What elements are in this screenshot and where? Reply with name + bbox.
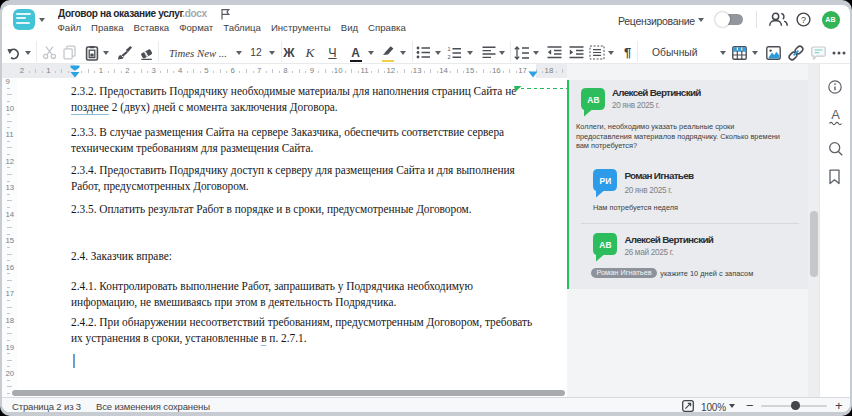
page-indicator[interactable]: Страница 2 из 3 [12, 401, 81, 412]
table-caret-icon[interactable] [751, 40, 759, 65]
mention-chip[interactable]: Роман Игнатьев [591, 268, 657, 279]
paragraph-4[interactable]: 2.3.5. Оплатить результат Работ в порядк… [71, 202, 472, 218]
underline-label: Ч [328, 46, 336, 60]
menu-item-5[interactable]: Таблица [223, 22, 261, 34]
help-icon[interactable]: ? [796, 12, 811, 27]
horizontal-scrollbar[interactable] [12, 390, 565, 397]
font-color-caret-icon[interactable] [367, 40, 375, 65]
scrollbar-thumb[interactable] [810, 211, 818, 277]
svg-text:РИ: РИ [600, 175, 612, 185]
paragraph-2[interactable]: 2.3.3. В случае размещения Сайта на серв… [71, 125, 504, 157]
table-icon[interactable] [731, 40, 747, 65]
undo-caret-icon[interactable] [24, 40, 32, 65]
menu-item-2[interactable]: Правка [91, 22, 123, 34]
highlight-button[interactable] [380, 40, 396, 65]
zoom-out-button[interactable]: − [746, 398, 753, 412]
clear-format-icon[interactable] [138, 40, 155, 65]
link-icon[interactable] [787, 40, 804, 65]
menu-item-3[interactable]: Вставка [134, 22, 170, 34]
paragraph-7[interactable]: 2.4.2. При обнаружении несоответствий тр… [71, 315, 532, 347]
menu-item-7[interactable]: Вид [341, 22, 358, 34]
paragraph-settings-icon[interactable] [588, 40, 605, 65]
underline-button[interactable]: Ч [326, 40, 340, 65]
highlight-caret-icon[interactable] [399, 40, 407, 65]
ruler-tick [7, 360, 12, 361]
numbered-list-icon[interactable]: 12 [447, 40, 463, 65]
flag-icon[interactable] [220, 8, 231, 20]
app-logo-caret-icon[interactable] [39, 18, 45, 22]
comment-icon[interactable] [810, 40, 826, 65]
paragraph-3[interactable]: 2.3.4. Предоставить Подрядчику доступ к … [71, 163, 515, 195]
ruler-tick [483, 69, 484, 73]
horizontal-ruler[interactable]: 21123456789101112131415161718 [2, 64, 567, 78]
decrease-indent-icon[interactable] [546, 40, 562, 65]
menu-item-6[interactable]: Инструменты [271, 22, 331, 34]
zoom-in-button[interactable]: + [835, 398, 842, 412]
image-icon[interactable] [765, 40, 781, 65]
ruler-tick [351, 69, 352, 73]
ruler-number: 16 [6, 262, 15, 271]
ruler-number: 16 [492, 66, 501, 75]
reply-date: 20 янв 2025 г. [624, 186, 672, 195]
ruler-tick [7, 181, 10, 182]
bold-button[interactable]: Ж [282, 40, 296, 65]
paragraph-5[interactable]: 2.4. Заказчик вправе: [71, 249, 172, 265]
review-caret-icon[interactable] [698, 18, 704, 22]
paragraph-caret-icon[interactable] [607, 40, 615, 65]
zoom-slider-handle[interactable] [791, 401, 800, 410]
app-logo[interactable] [13, 9, 35, 30]
vertical-ruler[interactable]: 91011121314151617181920 [2, 78, 17, 398]
paragraph-6[interactable]: 2.4.1. Контролировать выполнение Работ, … [71, 279, 473, 311]
line-spacing-caret-icon[interactable] [532, 40, 540, 65]
bookmark-icon[interactable] [828, 169, 841, 185]
bold-label: Ж [283, 46, 294, 60]
menu-item-4[interactable]: Формат [179, 22, 213, 34]
format-painter-icon[interactable] [116, 40, 133, 65]
style-caret-icon[interactable] [719, 40, 727, 65]
font-size-select[interactable]: 12 [246, 40, 266, 65]
more-icon[interactable] [831, 40, 847, 65]
paste-caret-icon[interactable] [102, 40, 110, 65]
bullet-list-caret-icon[interactable] [434, 40, 442, 65]
align-caret-icon[interactable] [498, 40, 506, 65]
document-page[interactable]: 2.3.2. Предоставить Подрядчику необходим… [17, 78, 567, 389]
review-toggle[interactable] [716, 14, 743, 25]
comments-scrollbar[interactable] [808, 64, 819, 397]
spellcheck-icon[interactable]: А [828, 107, 843, 127]
collaborators-icon[interactable] [768, 12, 789, 27]
info-icon[interactable] [828, 80, 842, 94]
font-name-caret-icon[interactable] [235, 40, 243, 65]
bullet-list-icon[interactable] [415, 40, 431, 65]
indent-marker-left[interactable] [70, 65, 80, 78]
font-name-select[interactable]: Times New ... [167, 40, 229, 65]
ruler-number: 1 [99, 66, 103, 75]
paragraph-1[interactable]: 2.3.2. Предоставить Подрядчику необходим… [71, 84, 516, 116]
ruler-number: 17 [518, 66, 527, 75]
font-size-caret-icon[interactable] [268, 40, 276, 65]
menu-item-8[interactable]: Справка [368, 22, 406, 34]
style-select[interactable]: Обычный [652, 40, 694, 65]
avatar[interactable]: АВ [822, 11, 840, 29]
menu-item-1[interactable]: Файл [58, 22, 82, 34]
numbered-list-caret-icon[interactable] [466, 40, 474, 65]
undo-icon[interactable] [4, 40, 22, 65]
indent-marker-right[interactable] [528, 71, 538, 78]
italic-button[interactable]: К [303, 40, 317, 65]
zoom-value[interactable]: 100% [701, 402, 726, 413]
line-spacing-icon[interactable] [514, 40, 530, 65]
increase-indent-icon[interactable] [568, 40, 584, 65]
paste-icon[interactable] [84, 40, 100, 65]
ruler-tick [7, 147, 12, 148]
ruler-number: 11 [360, 66, 368, 75]
status-bar: Страница 2 из 3 Все изменения сохранены … [2, 397, 850, 412]
align-left-icon[interactable] [481, 40, 497, 65]
search-icon[interactable] [828, 141, 844, 157]
formatting-marks-icon[interactable]: ¶ [622, 40, 634, 65]
ruler-tick [200, 71, 201, 74]
review-mode-label[interactable]: Рецензирование [618, 15, 695, 27]
ruler-tick [358, 71, 359, 74]
comment-thread-card[interactable]: АВАлексей Вертинский20 янв 2025 г.Коллег… [567, 80, 808, 289]
font-color-button[interactable]: А [348, 40, 364, 65]
zoom-caret-icon[interactable] [729, 404, 735, 408]
fit-page-icon[interactable] [682, 400, 694, 412]
